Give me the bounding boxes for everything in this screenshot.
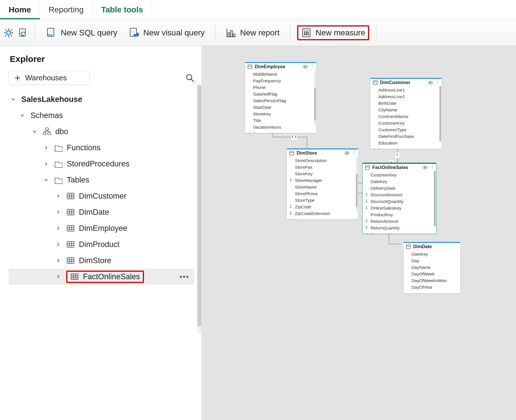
node-field[interactable]: StoreManager [287, 177, 358, 184]
node-field[interactable]: DateKey [363, 178, 436, 185]
tree-tables-folder[interactable]: Tables [9, 172, 194, 188]
node-field[interactable]: ZipCodeExtension [287, 210, 358, 217]
node-field[interactable]: Education [370, 140, 442, 146]
collapse-link[interactable]: Collapse [245, 130, 316, 133]
tree-table-dimemployee[interactable]: DimEmployee [9, 220, 194, 236]
tree-root-saleslakehouse[interactable]: SalesLakehouse [9, 91, 194, 107]
node-field[interactable]: DayOfWeek [403, 271, 460, 277]
node-field[interactable]: OnlineSalesKey [363, 205, 436, 211]
node-field[interactable]: DiscountQuantity [363, 198, 436, 205]
node-field[interactable]: DayName [403, 264, 460, 271]
more-options-icon[interactable]: ⋮ [435, 80, 440, 85]
more-options-icon[interactable]: ⋮ [310, 64, 315, 69]
node-field[interactable]: SalariedFlag [245, 91, 316, 97]
node-scrollbar[interactable] [314, 70, 316, 126]
node-field[interactable]: VacationHours [245, 124, 316, 130]
new-visual-query-button[interactable]: New visual query [124, 25, 208, 40]
search-icon[interactable] [186, 74, 194, 82]
diagram-node-dimdate[interactable]: DimDate DateKeyDayDayNameDayOfWeekDayOfW… [403, 242, 461, 294]
tree-table-dimstore[interactable]: DimStore [9, 252, 194, 269]
node-field[interactable]: SalesPersonFlag [245, 97, 316, 104]
chevron-right-icon [55, 273, 62, 280]
node-field[interactable]: StoreDescription [287, 157, 358, 164]
node-field[interactable]: ZipCode [287, 204, 358, 210]
node-field[interactable]: Phone [245, 84, 316, 91]
scrollbar-thumb[interactable] [356, 174, 358, 207]
diagram-node-dimcustomer[interactable]: DimCustomer ⋮ AddressLine1AddressLine2Bi… [370, 78, 442, 149]
node-field[interactable]: CustomerKey [363, 172, 436, 178]
scrollbar-thumb[interactable] [197, 85, 201, 327]
node-field[interactable]: MiddleName [245, 71, 316, 77]
node-field[interactable]: StoreKey [287, 170, 358, 177]
explorer-scrollbar[interactable] [197, 85, 201, 334]
scrollbar-thumb[interactable] [439, 86, 441, 141]
node-field[interactable]: CityName [370, 107, 442, 113]
more-options-icon[interactable]: ⋮ [430, 165, 435, 170]
node-field[interactable]: StoreKey [245, 111, 316, 117]
node-field[interactable]: ProductKey [363, 211, 436, 218]
scrollbar-thumb[interactable] [314, 88, 316, 121]
node-field[interactable]: StoreFax [287, 164, 358, 170]
node-field[interactable]: StoreType [287, 197, 358, 204]
tree-label: DimEmployee [79, 224, 127, 233]
refresh-icon[interactable] [17, 28, 28, 38]
node-field[interactable]: PayFrequency [245, 77, 316, 84]
tab-table-tools[interactable]: Table tools [92, 0, 152, 19]
tree-label: Tables [67, 176, 89, 185]
node-field[interactable]: StoreName [287, 184, 358, 190]
node-field[interactable]: ReturnAmount [363, 218, 436, 225]
tree-schemas[interactable]: Schemas [9, 107, 194, 123]
eye-icon[interactable] [303, 64, 308, 69]
node-field[interactable]: DayOfYear [403, 284, 460, 290]
node-field[interactable]: Title [245, 117, 316, 124]
tree-functions[interactable]: Functions [9, 140, 194, 156]
node-field[interactable]: DeliveryDate [363, 185, 436, 191]
node-field[interactable]: BirthDate [370, 100, 442, 107]
add-warehouse-button[interactable]: Warehouses [9, 71, 90, 85]
node-scrollbar[interactable] [439, 86, 441, 141]
tree-storedprocedures[interactable]: StoredProcedures [9, 156, 194, 172]
node-field[interactable]: AddressLine2 [370, 93, 442, 100]
diagram-node-factonlinesales[interactable]: FactOnlineSales ⋮ CustomerKeyDateKeyDeli… [362, 163, 437, 234]
node-scrollbar[interactable] [434, 171, 436, 226]
tab-reporting[interactable]: Reporting [40, 0, 92, 19]
node-field[interactable]: AddressLine1 [370, 87, 442, 93]
separator [215, 24, 215, 41]
new-visual-query-label: New visual query [143, 28, 205, 37]
node-field[interactable]: Day [403, 257, 460, 264]
model-canvas[interactable]: 1 * 1 1 * * 1 * DimEmployee ⋮ [202, 46, 516, 420]
tree-schema-dbo[interactable]: dbo [9, 123, 194, 140]
folder-icon [54, 176, 63, 184]
node-field[interactable]: ReturnQuantity [363, 225, 436, 231]
eye-icon[interactable] [422, 165, 428, 170]
node-field[interactable]: DiscountAmount [363, 191, 436, 198]
node-field[interactable]: DateKey [403, 251, 460, 257]
node-field[interactable]: StorePhone [287, 190, 358, 197]
collapse-link[interactable]: Collapse [363, 231, 436, 234]
gear-icon[interactable] [3, 28, 14, 38]
diagram-node-dimemployee[interactable]: DimEmployee ⋮ MiddleNamePayFrequencyPhon… [245, 62, 317, 133]
node-field[interactable]: ContinentName [370, 113, 442, 120]
node-field[interactable]: StartDate [245, 104, 316, 111]
tree-table-dimdate[interactable]: DimDate [9, 204, 194, 220]
tab-home[interactable]: Home [0, 0, 40, 19]
node-field[interactable]: CustomerType [370, 126, 442, 133]
node-scrollbar[interactable] [356, 157, 358, 212]
tree-table-dimproduct[interactable]: DimProduct [9, 236, 194, 252]
diagram-node-dimstore[interactable]: DimStore ⋮ StoreDescriptionStoreFaxStore… [287, 148, 358, 220]
new-sql-query-button[interactable]: New SQL query [42, 25, 121, 40]
eye-icon[interactable] [428, 80, 433, 85]
new-measure-button[interactable]: New measure [297, 25, 369, 40]
more-options-icon[interactable]: ⋮ [352, 151, 356, 156]
new-report-button[interactable]: New report [222, 26, 283, 40]
node-field[interactable]: CustomerKey [370, 120, 442, 126]
eye-icon[interactable] [344, 151, 350, 156]
node-field[interactable]: DayOfWeekInMon [403, 277, 460, 284]
tree-table-factonlinesales[interactable]: FactOnlineSales ••• [9, 269, 194, 285]
tree-table-dimcustomer[interactable]: DimCustomer [9, 188, 194, 204]
more-options-icon[interactable]: ••• [180, 272, 189, 281]
scrollbar-thumb[interactable] [434, 171, 436, 226]
collapse-link[interactable]: Collapse [370, 146, 442, 149]
collapse-link[interactable]: Collapse [287, 217, 358, 220]
node-field[interactable]: DateFirstPurchase [370, 133, 442, 140]
